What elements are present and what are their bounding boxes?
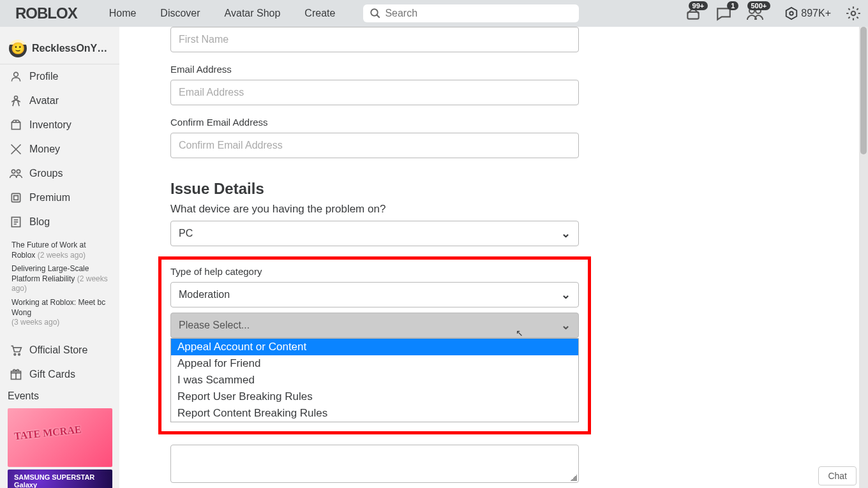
avatar-icon: [9, 94, 23, 108]
event-tile-2[interactable]: SAMSUNG SUPERSTAR Galaxy: [8, 470, 112, 488]
sidebar-label: Premium: [29, 192, 70, 203]
dropdown-item-report-user[interactable]: Report User Breaking Rules: [171, 388, 578, 405]
help-subcategory-select[interactable]: Please Select... ⌄: [170, 313, 579, 338]
topbar-right: 99+ 1 500+ 897K+: [685, 5, 862, 22]
svg-point-9: [15, 96, 18, 100]
premium-icon: [9, 191, 23, 205]
svg-rect-14: [14, 196, 19, 200]
cart-icon: [9, 343, 23, 357]
blog-item[interactable]: Delivering Large-Scale Platform Reliabil…: [11, 264, 108, 294]
subcategory-dropdown: Appeal Account or Content Appeal for Fri…: [170, 338, 579, 422]
dropdown-item-scammed[interactable]: I was Scammed: [171, 372, 578, 388]
sidebar-label: Avatar: [29, 95, 59, 107]
robux-icon: [784, 6, 798, 20]
device-select[interactable]: PC ⌄: [170, 221, 579, 246]
sidebar-money[interactable]: Money: [0, 137, 119, 161]
event-tile-1[interactable]: TATE MCRAE: [8, 408, 112, 467]
blog-list: The Future of Work at Roblox (2 weeks ag…: [0, 234, 119, 338]
events-heading: Events: [0, 387, 119, 406]
sidebar: 🙂 RecklessOnY… Profile Avatar Inventory …: [0, 27, 119, 488]
sidebar-label: Groups: [29, 168, 63, 179]
email-input[interactable]: Email Address: [170, 80, 579, 105]
svg-rect-2: [688, 12, 699, 19]
sidebar-premium[interactable]: Premium: [0, 186, 119, 210]
scrollbar-thumb[interactable]: [860, 27, 867, 154]
chevron-down-icon: ⌄: [561, 318, 571, 332]
confirm-email-input[interactable]: Confirm Email Address: [170, 133, 579, 158]
svg-point-12: [17, 170, 20, 174]
svg-rect-10: [11, 122, 20, 129]
logo[interactable]: ROBLOX: [15, 4, 77, 22]
notifications-icon[interactable]: 99+: [685, 5, 701, 22]
blog-item[interactable]: The Future of Work at Roblox (2 weeks ag…: [11, 240, 108, 260]
main-content: First Name Email Address Email Address C…: [119, 27, 868, 488]
svg-point-6: [790, 11, 794, 15]
highlight-box: Type of help category Moderation ⌄ Pleas…: [158, 256, 591, 434]
username: RecklessOnY…: [32, 43, 107, 54]
gift-icon: [9, 367, 23, 381]
robux-balance[interactable]: 897K+: [784, 6, 831, 20]
first-name-input[interactable]: First Name: [170, 27, 579, 52]
nav-links: Home Discover Avatar Shop Create: [109, 8, 336, 19]
chat-badge: 1: [727, 1, 738, 10]
nav-create[interactable]: Create: [304, 8, 335, 19]
chat-tab[interactable]: Chat: [818, 466, 857, 485]
help-category-label: Type of help category: [170, 266, 579, 277]
chevron-down-icon: ⌄: [561, 226, 571, 240]
sidebar-label: Gift Cards: [29, 369, 75, 380]
svg-point-19: [14, 353, 15, 355]
svg-marker-5: [786, 8, 797, 19]
sidebar-label: Official Store: [29, 344, 87, 356]
sidebar-inventory[interactable]: Inventory: [0, 113, 119, 137]
topbar: ROBLOX Home Discover Avatar Shop Create …: [0, 0, 868, 27]
sidebar-label: Blog: [29, 216, 50, 228]
friends-icon[interactable]: 500+: [746, 5, 764, 22]
messages-icon[interactable]: 1: [715, 5, 732, 22]
svg-point-20: [19, 353, 20, 355]
friends-badge: 500+: [747, 1, 771, 10]
avatar: 🙂: [9, 40, 27, 57]
confirm-email-label: Confirm Email Address: [170, 117, 579, 128]
sidebar-groups[interactable]: Groups: [0, 161, 119, 186]
settings-icon[interactable]: [845, 5, 862, 22]
svg-point-0: [371, 9, 378, 16]
dropdown-item-appeal-friend[interactable]: Appeal for Friend: [171, 355, 578, 372]
sidebar-label: Profile: [29, 71, 58, 82]
money-icon: [9, 142, 23, 156]
description-textarea[interactable]: [170, 445, 579, 483]
nav-discover[interactable]: Discover: [160, 8, 200, 19]
sidebar-avatar[interactable]: Avatar: [0, 89, 119, 113]
sidebar-user[interactable]: 🙂 RecklessOnY…: [0, 33, 119, 64]
search-icon: [370, 8, 381, 19]
help-category-select[interactable]: Moderation ⌄: [170, 282, 579, 307]
box-icon: [9, 118, 23, 132]
scrollbar[interactable]: [859, 27, 868, 488]
sidebar-blog[interactable]: Blog: [0, 210, 119, 234]
groups-icon: [9, 166, 23, 181]
svg-point-7: [851, 11, 856, 16]
nav-home[interactable]: Home: [109, 8, 137, 19]
sidebar-profile[interactable]: Profile: [0, 64, 119, 89]
svg-line-1: [377, 15, 380, 18]
section-heading: Issue Details: [170, 180, 579, 198]
user-icon: [9, 70, 23, 84]
search-input[interactable]: [385, 8, 572, 19]
nav-avatar-shop[interactable]: Avatar Shop: [225, 8, 281, 19]
notif-badge: 99+: [689, 1, 708, 10]
chevron-down-icon: ⌄: [561, 288, 571, 302]
svg-point-11: [11, 170, 15, 174]
blog-icon: [9, 215, 23, 229]
dropdown-item-report-content[interactable]: Report Content Breaking Rules: [171, 405, 578, 422]
email-label: Email Address: [170, 64, 579, 75]
svg-rect-13: [11, 193, 20, 202]
dropdown-item-appeal-account[interactable]: Appeal Account or Content: [171, 339, 578, 355]
sidebar-label: Money: [29, 144, 60, 155]
sidebar-gift[interactable]: Gift Cards: [0, 362, 119, 387]
blog-item[interactable]: Working at Roblox: Meet bc Wong (3 weeks…: [11, 298, 108, 328]
robux-amount: 897K+: [801, 8, 831, 19]
sidebar-label: Inventory: [29, 119, 71, 131]
sidebar-store[interactable]: Official Store: [0, 338, 119, 362]
svg-point-8: [14, 72, 19, 77]
device-question: What device are you having the problem o…: [170, 203, 579, 216]
search-bar[interactable]: [363, 4, 579, 22]
